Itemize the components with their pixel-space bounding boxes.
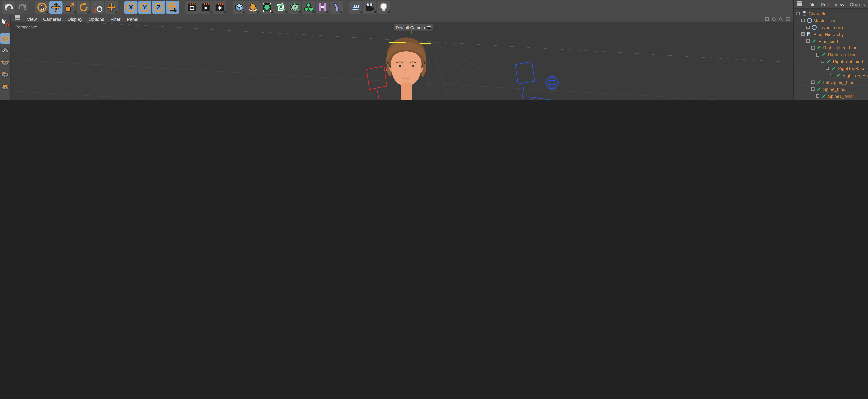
expand-toggle[interactable]: − xyxy=(811,87,815,91)
lock-y-axis-button[interactable]: Y xyxy=(138,1,151,14)
expand-toggle[interactable]: + xyxy=(806,25,810,29)
object-row-character[interactable]: −Character✓ xyxy=(794,10,868,18)
char-object-icon xyxy=(801,10,808,16)
expand-toggle[interactable]: − xyxy=(801,32,805,36)
rig-controls xyxy=(258,23,792,100)
add-floor-button[interactable] xyxy=(349,1,363,14)
redo-button[interactable] xyxy=(16,1,29,14)
object-name: Bind_Hierarchy xyxy=(813,32,844,37)
null-object-icon xyxy=(806,31,812,37)
point-mode-button[interactable] xyxy=(0,57,10,68)
rotate-tool-button[interactable] xyxy=(77,1,90,14)
om-menu-edit[interactable]: Edit xyxy=(821,2,829,7)
viewport-scene xyxy=(11,22,793,100)
object-name: RightLeg_bind xyxy=(828,52,857,57)
texture-mode-button[interactable] xyxy=(0,45,10,56)
object-manager-menu-icon[interactable] xyxy=(797,1,802,2)
uv-mode-button[interactable] xyxy=(0,97,10,100)
main-toolbar: PSRXYZ xyxy=(0,0,793,15)
object-row-spine1-bind[interactable]: −Spine1_bindPSR xyxy=(794,93,868,100)
camera-label-chip[interactable]: Default Camera xyxy=(394,24,433,31)
last-tool-button[interactable] xyxy=(105,1,118,14)
model-mode-button[interactable] xyxy=(0,33,10,43)
object-row-righttoe-end-bind[interactable]: RightToe_End_bind xyxy=(794,72,868,79)
live-selection-button[interactable] xyxy=(35,1,49,14)
viewport-menubar: ViewCamerasDisplayOptionsFilterPanel xyxy=(11,15,793,22)
add-deformer-button[interactable] xyxy=(288,1,301,14)
add-generator-button[interactable] xyxy=(274,1,287,14)
add-array-button[interactable] xyxy=(302,1,315,14)
expand-toggle[interactable]: − xyxy=(816,53,820,57)
svg-text:Z: Z xyxy=(157,4,161,10)
object-row-rightleg-bind[interactable]: −RightLeg_bindPSR xyxy=(794,52,868,59)
object-name: Master_con+ xyxy=(813,18,839,23)
viewport-menu-filter[interactable]: Filter xyxy=(111,16,121,21)
object-name: Hips_bind xyxy=(818,38,838,43)
joint-object-icon xyxy=(821,93,827,99)
object-row-leftupleg-bind[interactable]: +LeftUpLeg_bindPSR xyxy=(794,79,868,86)
lock-z-axis-button[interactable]: Z xyxy=(152,1,165,14)
object-row-rightupleg-bind[interactable]: −RightUpLeg_bindPSR xyxy=(794,45,868,52)
view-label: Perspective xyxy=(15,25,37,29)
expand-toggle[interactable]: − xyxy=(821,60,825,64)
object-name: Spine1_bind xyxy=(828,94,853,98)
psr-tool-button[interactable]: PSR xyxy=(91,1,104,14)
object-manager: FileEditViewObjectsTagsBookmarks −Charac… xyxy=(793,0,868,100)
add-spline-button[interactable] xyxy=(247,1,260,14)
add-light-button[interactable] xyxy=(377,1,390,14)
add-bend-button[interactable] xyxy=(330,1,343,14)
om-menu-objects[interactable]: Objects xyxy=(850,2,865,7)
object-name: LeftUpLeg_bind xyxy=(823,80,855,85)
viewport-layout-icons[interactable] xyxy=(765,16,790,21)
make-editable-button[interactable] xyxy=(0,18,10,28)
object-row-layout-con-[interactable]: +Layout_con+✓C xyxy=(794,24,868,31)
object-row-rightfoot-bind[interactable]: −RightFoot_bindPSR xyxy=(794,59,868,65)
render-view-button[interactable] xyxy=(185,1,198,14)
add-subdivision-surface-button[interactable] xyxy=(260,1,274,14)
object-row-hips-bind[interactable]: −Hips_bindPSR xyxy=(794,38,868,45)
expand-toggle[interactable]: + xyxy=(811,80,815,84)
viewport-menu-panel[interactable]: Panel xyxy=(127,16,138,21)
edge-mode-button[interactable] xyxy=(0,69,10,80)
object-row-spine-bind[interactable]: −Spine_bindPSR xyxy=(794,86,868,93)
viewport-menu-options[interactable]: Options xyxy=(89,16,104,21)
camera-icon xyxy=(426,25,431,30)
svg-text:X: X xyxy=(129,4,133,10)
render-picture-viewer-button[interactable] xyxy=(199,1,213,14)
om-menu-view[interactable]: View xyxy=(835,2,844,7)
viewport-menu-view[interactable]: View xyxy=(27,16,37,21)
expand-toggle[interactable]: − xyxy=(797,12,800,15)
polygon-mode-button[interactable] xyxy=(0,81,10,92)
expand-toggle[interactable]: − xyxy=(816,94,820,98)
object-row-master-con-[interactable]: −Master_con+✓C xyxy=(794,18,868,24)
move-tool-button[interactable] xyxy=(49,1,62,14)
viewport-3d[interactable]: Perspective Default Camera Grid Spacing … xyxy=(11,22,793,100)
expand-toggle[interactable]: − xyxy=(801,19,805,22)
joint-object-icon xyxy=(811,38,817,44)
camera-label: Default Camera xyxy=(396,25,425,30)
lock-x-axis-button[interactable]: X xyxy=(124,1,137,14)
object-row-bind-hierarchy[interactable]: −Bind_Hierarchy xyxy=(794,31,868,38)
expand-toggle[interactable]: − xyxy=(826,67,830,70)
om-menu-file[interactable]: File xyxy=(808,2,815,7)
object-name: Spine_bind xyxy=(823,87,845,92)
joint-object-icon xyxy=(816,79,822,85)
add-camera-button[interactable] xyxy=(363,1,376,14)
svg-text:Y: Y xyxy=(143,4,147,10)
viewport-menu-icon[interactable] xyxy=(15,15,20,16)
viewport-menu-display[interactable]: Display xyxy=(67,16,82,21)
cinema4d-window: PSRXYZ SSS ViewCamerasDisplayOptionsFilt… xyxy=(0,0,868,100)
object-row-righttoebase-bind[interactable]: −RightToeBase_bindPSR xyxy=(794,65,868,72)
expand-toggle[interactable]: − xyxy=(811,46,815,50)
undo-button[interactable] xyxy=(2,1,15,14)
add-morph-button[interactable] xyxy=(316,1,329,14)
render-settings-button[interactable] xyxy=(213,1,226,14)
scale-tool-button[interactable] xyxy=(63,1,76,14)
object-name: RightToe_End_bind xyxy=(842,73,868,78)
coordinate-system-button[interactable] xyxy=(166,1,179,14)
object-name: RightFoot_bind xyxy=(833,59,863,64)
object-name: RightToeBase_bind xyxy=(838,66,868,71)
expand-toggle[interactable]: − xyxy=(806,39,810,43)
viewport-menu-cameras[interactable]: Cameras xyxy=(43,16,61,21)
add-primitive-button[interactable] xyxy=(232,1,246,14)
